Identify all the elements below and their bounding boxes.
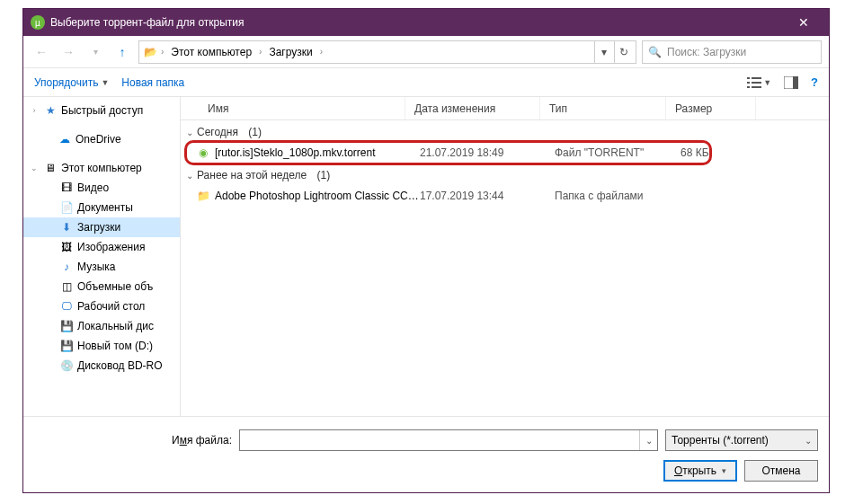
titlebar: µ Выберите торрент-файл для открытия ✕ [23, 9, 829, 36]
organize-menu[interactable]: Упорядочить▼ [34, 76, 109, 89]
group-earlier[interactable]: ⌄ Ранее на этой неделе (1) [181, 164, 829, 185]
torrent-file-icon: ◉ [195, 146, 211, 159]
document-icon: 📄 [59, 201, 74, 214]
breadcrumb-folder[interactable]: Загрузки [265, 44, 316, 60]
col-date[interactable]: Дата изменения [405, 97, 540, 119]
sidebar-bdrom[interactable]: 💿Дисковод BD-RO [23, 356, 180, 376]
filter-select[interactable]: Торренты (*.torrent) ⌄ [665, 429, 818, 451]
recent-dropdown[interactable]: ▾ [85, 41, 106, 63]
preview-pane-button[interactable] [784, 76, 798, 89]
file-size: 68 КБ [681, 146, 770, 159]
cube-icon: ◫ [59, 280, 74, 293]
filename-input[interactable]: ⌄ [239, 429, 658, 451]
file-name: Adobe Photoshop Lightroom Classic CC ... [211, 190, 420, 202]
pc-icon: 🖥 [43, 162, 58, 174]
svg-rect-2 [747, 86, 750, 88]
footer: Имя файла: ⌄ Торренты (*.torrent) ⌄ Откр… [23, 416, 829, 492]
close-button[interactable]: ✕ [786, 15, 822, 30]
drive-icon: 💾 [59, 340, 74, 352]
sidebar-this-pc[interactable]: 🖥Этот компьютер [23, 158, 180, 178]
disc-icon: 💿 [59, 359, 74, 372]
col-name[interactable]: Имя [181, 97, 405, 119]
sidebar-videos[interactable]: 🎞Видео [23, 178, 180, 198]
sidebar-quick-access[interactable]: ★Быстрый доступ [23, 101, 180, 120]
up-button[interactable]: ↑ [111, 41, 133, 63]
app-icon: µ [31, 15, 45, 30]
drive-icon: 💾 [59, 320, 74, 332]
window-title: Выберите торрент-файл для открытия [50, 16, 786, 29]
sidebar-documents[interactable]: 📄Документы [23, 198, 180, 217]
svg-rect-5 [752, 86, 761, 88]
search-placeholder: Поиск: Загрузки [667, 46, 746, 58]
search-icon: 🔍 [648, 46, 662, 58]
chevron-right-icon: › [257, 47, 263, 57]
video-icon: 🎞 [59, 181, 74, 194]
sidebar-3dobjects[interactable]: ◫Объемные объ [23, 277, 180, 296]
col-size[interactable]: Размер [666, 97, 756, 119]
column-headers: Имя Дата изменения Тип Размер [181, 97, 829, 120]
newfolder-button[interactable]: Новая папка [121, 76, 184, 89]
chevron-down-icon: ⌄ [186, 128, 193, 137]
svg-rect-0 [747, 77, 750, 79]
breadcrumb-root[interactable]: Этот компьютер [167, 44, 255, 60]
refresh-button[interactable]: ↻ [614, 41, 632, 63]
navbar: ← → ▾ ↑ 📂 › Этот компьютер › Загрузки › … [23, 36, 829, 68]
sidebar-newvol[interactable]: 💾Новый том (D:) [23, 336, 180, 356]
music-icon: ♪ [59, 261, 74, 273]
file-date: 21.07.2019 18:49 [420, 146, 555, 159]
sidebar: ★Быстрый доступ ☁OneDrive 🖥Этот компьюте… [23, 97, 181, 416]
forward-button[interactable]: → [58, 41, 79, 63]
chevron-down-icon: ⌄ [186, 171, 193, 181]
file-date: 17.07.2019 13:44 [420, 190, 555, 202]
file-row-torrent[interactable]: ◉ [rutor.is]Steklo_1080p.mkv.torrent 21.… [181, 142, 829, 164]
sidebar-pictures[interactable]: 🖼Изображения [23, 237, 180, 257]
sidebar-localdisk[interactable]: 💾Локальный дис [23, 316, 180, 336]
cancel-button[interactable]: Отмена [744, 460, 818, 482]
search-input[interactable]: 🔍 Поиск: Загрузки [642, 40, 822, 64]
pictures-icon: 🖼 [59, 241, 74, 253]
svg-rect-4 [752, 82, 761, 84]
download-icon: ⬇ [59, 221, 74, 234]
cloud-icon: ☁ [58, 133, 72, 146]
svg-rect-7 [793, 76, 798, 89]
file-open-dialog: µ Выберите торрент-файл для открытия ✕ ←… [22, 8, 830, 493]
file-list: Имя Дата изменения Тип Размер ⌄ Сегодня … [181, 97, 829, 416]
chevron-down-icon: ⌄ [805, 436, 812, 446]
file-type: Файл "TORRENT" [555, 146, 681, 159]
file-name: [rutor.is]Steklo_1080p.mkv.torrent [211, 146, 420, 159]
group-today[interactable]: ⌄ Сегодня (1) [181, 120, 829, 142]
filename-label: Имя файла: [34, 434, 232, 447]
file-row-folder[interactable]: 📁 Adobe Photoshop Lightroom Classic CC .… [181, 185, 829, 207]
sidebar-onedrive[interactable]: ☁OneDrive [23, 129, 180, 149]
folder-icon: 📂 [143, 46, 157, 58]
breadcrumb[interactable]: 📂 › Этот компьютер › Загрузки › ▾ ↻ [138, 40, 636, 64]
desktop-icon: 🖵 [59, 300, 74, 313]
sidebar-downloads[interactable]: ⬇Загрузки [23, 217, 180, 237]
svg-rect-1 [747, 82, 750, 84]
filename-dropdown[interactable]: ⌄ [639, 430, 657, 450]
help-button[interactable]: ? [811, 75, 818, 89]
svg-rect-3 [752, 77, 761, 79]
col-type[interactable]: Тип [540, 97, 666, 119]
back-button[interactable]: ← [31, 41, 52, 63]
open-button[interactable]: Открыть▾ [663, 460, 737, 482]
file-type: Папка с файлами [555, 190, 681, 202]
folder-icon: 📁 [195, 190, 211, 202]
sidebar-music[interactable]: ♪Музыка [23, 257, 180, 277]
star-icon: ★ [43, 104, 58, 117]
breadcrumb-dropdown[interactable]: ▾ [594, 41, 612, 63]
chevron-right-icon: › [318, 47, 325, 57]
chevron-right-icon: › [159, 47, 165, 57]
sidebar-desktop[interactable]: 🖵Рабочий стол [23, 296, 180, 316]
toolbar: Упорядочить▼ Новая папка ▼ ? [23, 68, 829, 97]
view-button[interactable]: ▼ [747, 76, 771, 89]
